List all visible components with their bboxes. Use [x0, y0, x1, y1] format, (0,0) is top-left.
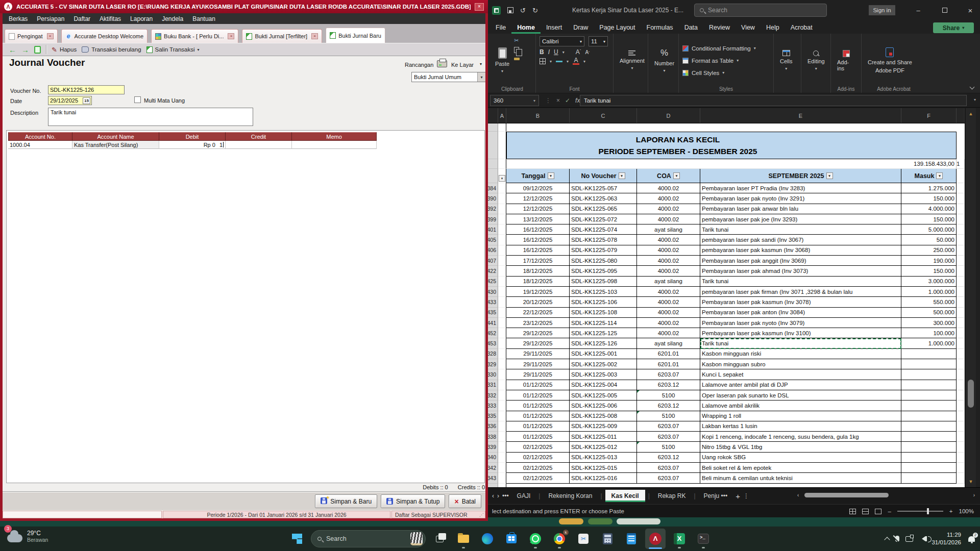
filter-icon[interactable]: ▾	[673, 172, 680, 179]
row-number[interactable]: 390	[488, 193, 498, 204]
column-header-account-name[interactable]: Account Name	[72, 132, 159, 141]
column-filter-header-masuk[interactable]: Masuk▾	[901, 169, 957, 183]
cell-coa[interactable]: 4000.02	[637, 235, 700, 245]
cell-styles-button[interactable]: Cell Styles ▾	[682, 68, 724, 78]
date-field[interactable]: 29/12/2025 15	[48, 96, 92, 105]
row-number[interactable]: 406	[488, 245, 498, 256]
page-layout-view-icon[interactable]	[862, 509, 869, 514]
cell-coa[interactable]: 4000.02	[637, 183, 700, 193]
cell-tanggal[interactable]: 01/12/2025	[506, 432, 570, 442]
cell-description[interactable]: Lalamove anter ambil plat di DJP	[700, 380, 901, 390]
weather-widget[interactable]: 3 29°C Berawan	[7, 530, 48, 543]
menu-item-laporan[interactable]: Laporan	[126, 15, 157, 22]
cell-masuk[interactable]: 250.000	[901, 245, 957, 256]
cancel-button[interactable]: × Batal	[449, 494, 481, 508]
column-header-C[interactable]: C	[570, 108, 637, 123]
cell-tanggal[interactable]: 18/12/2025	[506, 266, 570, 276]
cell-coa[interactable]: 6203.07	[637, 421, 700, 432]
filter-icon[interactable]: ▾	[936, 172, 943, 179]
sheet-tab-penju[interactable]: Penju •••	[699, 490, 733, 502]
cell-masuk[interactable]	[901, 390, 957, 400]
scroll-left-icon[interactable]: ‹	[797, 492, 799, 498]
cell-tanggal[interactable]: 09/12/2025	[506, 183, 570, 193]
cell-coa[interactable]: 6203.07	[637, 463, 700, 473]
cell-tanggal[interactable]: 01/12/2025	[506, 421, 570, 432]
cell-masuk[interactable]	[901, 349, 957, 359]
cell-no-voucher[interactable]: SDL-KK1225-012	[570, 442, 637, 452]
cell-tanggal[interactable]: 16/12/2025	[506, 245, 570, 256]
column-header-account-no-[interactable]: Account No.	[8, 132, 72, 141]
accurate-titlebar[interactable]: Λ ACCURATE 5 - CV SINAR DUTA LASER RO [E…	[0, 0, 488, 13]
cell-credit[interactable]	[226, 141, 292, 149]
row-number[interactable]: 329	[488, 359, 498, 369]
sheet-nav-right-icon[interactable]: ›	[497, 492, 499, 499]
row-number[interactable]: 453	[488, 338, 498, 348]
cell-coa[interactable]: 4000.02	[637, 328, 700, 338]
edge-button[interactable]	[477, 529, 498, 549]
menu-item-daftar[interactable]: Daftar	[69, 15, 95, 22]
cell-masuk[interactable]: 150.000	[901, 266, 957, 276]
cell-no-voucher[interactable]: SDL-KK1225-004	[570, 380, 637, 390]
collapse-ribbon-icon[interactable]	[970, 85, 975, 90]
cell-tanggal[interactable]: 29/11/2025	[506, 349, 570, 359]
sheet-tab-gaji[interactable]: GAJI	[512, 490, 536, 502]
cell-tanggal[interactable]: 02/12/2025	[506, 442, 570, 452]
number-format-button[interactable]: % Number ▾	[652, 36, 677, 85]
cell-coa[interactable]: 6201.01	[637, 359, 700, 369]
description-field[interactable]: Tarik tunai	[48, 108, 253, 126]
row-number[interactable]: 422	[488, 266, 498, 276]
cell-debit[interactable]: Rp 0 1	[159, 141, 226, 149]
cell-description[interactable]: Pembayaran laser pak anggit (Inv 3069)	[700, 256, 901, 266]
row-number[interactable]: 425	[488, 277, 498, 287]
cell-coa[interactable]: 4000.02	[637, 245, 700, 256]
normal-view-icon[interactable]	[849, 509, 856, 514]
ribbon-tab-acrobat[interactable]: Acrobat	[785, 22, 818, 34]
ribbon-tab-file[interactable]: File	[490, 22, 511, 34]
zoom-out-icon[interactable]: –	[888, 508, 891, 514]
cell-coa[interactable]: 4000.02	[637, 308, 700, 318]
cut-icon[interactable]: ✂	[514, 37, 520, 44]
cell-no-voucher[interactable]: SDL-KK1225-057	[570, 183, 637, 193]
calculator-button[interactable]	[597, 529, 618, 549]
voucher-template-select[interactable]: Bukti Jurnal Umum ▾	[411, 72, 486, 82]
cell-description[interactable]: Kunci L sepaket	[700, 369, 901, 380]
cell-no-voucher[interactable]: SDL-KK1225-106	[570, 297, 637, 307]
cell-masuk[interactable]	[901, 400, 957, 411]
excel-app-button[interactable]: X	[669, 529, 690, 549]
cell-masuk[interactable]: 1.000.000	[901, 287, 957, 297]
row-number[interactable]: 338	[488, 432, 498, 442]
cell-description[interactable]: Pembayaran laser pak ahmad (Inv 3073)	[700, 266, 901, 276]
cell-masuk[interactable]: 550.000	[901, 297, 957, 307]
cell-description[interactable]: pembayaran laser pak firman (Inv 3071 ,3…	[700, 287, 901, 297]
cell-tanggal[interactable]: 01/12/2025	[506, 400, 570, 411]
row-number[interactable]: 342	[488, 463, 498, 473]
menu-item-persiapan[interactable]: Persiapan	[32, 15, 69, 22]
cell-coa[interactable]: 6203.12	[637, 400, 700, 411]
underline-button[interactable]: U	[554, 48, 558, 56]
save-and-close-button[interactable]: Simpan & Tutup	[381, 494, 445, 508]
notepad-button[interactable]	[621, 529, 642, 549]
row-number[interactable]: 384	[488, 183, 498, 193]
cell-tanggal[interactable]: 29/11/2025	[506, 369, 570, 380]
cell-description[interactable]: pembayaran laser pak joe (Inv 3293)	[700, 214, 901, 224]
minimize-button[interactable]: –	[910, 0, 927, 20]
cell-no-voucher[interactable]: SDL-KK1225-095	[570, 266, 637, 276]
cell-no-voucher[interactable]: SDL-KK1225-078	[570, 235, 637, 245]
cell-coa[interactable]: 4000.02	[637, 318, 700, 328]
cell-masuk[interactable]: 190.000	[901, 256, 957, 266]
accurate-close-button[interactable]: ×	[475, 3, 484, 11]
row-number[interactable]: 333	[488, 400, 498, 411]
decrease-font-button[interactable]: Aˇ	[585, 49, 590, 55]
cell-tanggal[interactable]: 20/12/2025	[506, 297, 570, 307]
cell-coa[interactable]: 6203.07	[637, 369, 700, 380]
cell-coa[interactable]: 6203.07	[637, 473, 700, 483]
printer-icon[interactable]	[437, 60, 447, 67]
cell-tanggal[interactable]: 19/12/2025	[506, 287, 570, 297]
cell-coa[interactable]: 6201.01	[637, 349, 700, 359]
ribbon-tab-home[interactable]: Home	[511, 22, 541, 34]
cell-coa[interactable]: 4000.02	[637, 287, 700, 297]
cell-tanggal[interactable]: 01/12/2025	[506, 411, 570, 421]
cell-masuk[interactable]: 1.000.000	[901, 338, 957, 348]
cell-no-voucher[interactable]: SDL-KK1225-114	[570, 318, 637, 328]
cell-coa[interactable]: 6203.12	[637, 380, 700, 390]
